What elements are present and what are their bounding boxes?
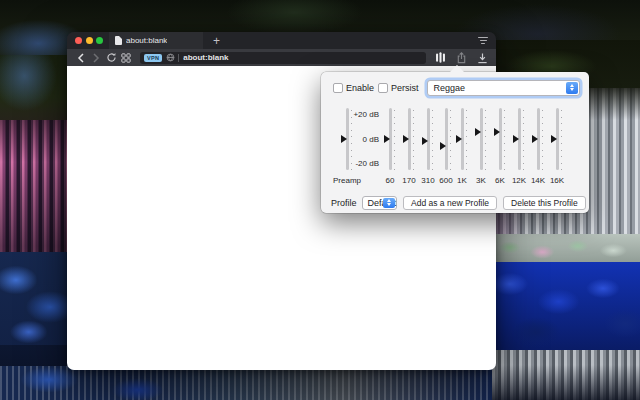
back-button[interactable] xyxy=(74,51,88,65)
eq-band-label: 3K xyxy=(476,176,486,185)
speed-dial-grid-icon[interactable] xyxy=(119,51,133,65)
eq-slider-ticks xyxy=(542,110,543,170)
eq-slider-ticks xyxy=(413,110,414,170)
tab-bar: about:blank + xyxy=(67,32,496,49)
site-info-globe-icon[interactable] xyxy=(165,53,175,63)
eq-slider-thumb[interactable] xyxy=(440,142,446,150)
eq-band-label: 310 xyxy=(421,176,434,185)
eq-slider-thumb[interactable] xyxy=(513,135,519,143)
eq-slider-thumb[interactable] xyxy=(475,128,481,136)
zoom-window-button[interactable] xyxy=(96,37,103,44)
url-bar[interactable]: VPN about:blank xyxy=(140,52,426,64)
eq-slider-thumb[interactable] xyxy=(341,135,347,143)
eq-band-label: 1K xyxy=(457,176,467,185)
eq-slider-ticks xyxy=(450,110,451,170)
wallpaper-left-moss xyxy=(0,55,72,125)
eq-slider-ticks xyxy=(485,110,486,170)
wallpaper-reflection xyxy=(492,350,640,400)
eq-slider-thumb[interactable] xyxy=(422,137,428,145)
eq-slider-thumb[interactable] xyxy=(384,135,390,143)
profile-select[interactable]: Default xyxy=(362,196,398,210)
close-window-button[interactable] xyxy=(75,37,82,44)
eq-band-label: 16K xyxy=(550,176,564,185)
profile-label: Profile xyxy=(331,198,357,208)
eq-band-label: 14K xyxy=(531,176,545,185)
minimize-window-button[interactable] xyxy=(86,37,93,44)
eq-band-label: 60 xyxy=(386,176,395,185)
eq-band-1k: 1K xyxy=(453,108,471,188)
preset-select[interactable]: Reggae xyxy=(427,80,580,96)
eq-band-6k: 6K xyxy=(491,108,509,188)
equalizer-extension-icon[interactable] xyxy=(433,51,447,65)
downloads-icon[interactable] xyxy=(475,51,489,65)
tab-menu-icon[interactable] xyxy=(478,37,488,45)
persist-label: Persist xyxy=(391,83,419,93)
persist-checkbox[interactable] xyxy=(378,83,388,93)
eq-slider-thumb[interactable] xyxy=(494,128,500,136)
equalizer-options-row: Enable Persist Reggae xyxy=(333,79,580,96)
eq-band-label: 600 xyxy=(439,176,452,185)
eq-slider-ticks xyxy=(351,110,352,170)
select-stepper-icon xyxy=(566,82,578,94)
navigation-toolbar: VPN about:blank xyxy=(67,49,496,66)
eq-slider-ticks xyxy=(466,110,467,170)
eq-slider-thumb[interactable] xyxy=(456,135,462,143)
eq-band-170: 170 xyxy=(400,108,418,188)
wallpaper-bottom-shore xyxy=(0,366,492,400)
delete-profile-button[interactable]: Delete this Profile xyxy=(503,196,586,210)
eq-slider-ticks xyxy=(523,110,524,170)
tab-title: about:blank xyxy=(126,36,167,45)
eq-slider-ticks xyxy=(394,110,395,170)
profile-row: Profile Default Add as a new Profile Del… xyxy=(331,195,581,210)
add-profile-button[interactable]: Add as a new Profile xyxy=(403,196,497,210)
eq-slider-track[interactable] xyxy=(445,108,448,170)
active-tab[interactable]: about:blank xyxy=(109,32,203,49)
equalizer-popup: Enable Persist Reggae +20 dB 0 dB -20 dB… xyxy=(321,72,589,213)
select-stepper-icon xyxy=(383,198,395,208)
eq-band-3k: 3K xyxy=(472,108,490,188)
url-text[interactable]: about:blank xyxy=(183,53,228,62)
new-tab-button[interactable]: + xyxy=(213,36,220,46)
forward-button[interactable] xyxy=(89,51,103,65)
preset-selected-value: Reggae xyxy=(434,83,466,93)
wallpaper-lit-rocks xyxy=(492,234,640,264)
share-icon[interactable] xyxy=(454,51,468,65)
toolbar-extensions xyxy=(433,51,489,65)
eq-band-310: 310 xyxy=(419,108,437,188)
eq-slider-ticks xyxy=(432,110,433,170)
eq-band-16k: 16K xyxy=(548,108,566,188)
enable-checkbox[interactable] xyxy=(333,83,343,93)
eq-band-14k: 14K xyxy=(529,108,547,188)
eq-slider-thumb[interactable] xyxy=(551,135,557,143)
wallpaper-blue-rocks xyxy=(492,262,640,350)
wallpaper-blue-snow-left xyxy=(0,252,72,352)
eq-slider-thumb[interactable] xyxy=(532,135,538,143)
page-favicon-icon xyxy=(115,36,122,45)
eq-band-label: 170 xyxy=(402,176,415,185)
eq-slider-track[interactable] xyxy=(499,108,502,170)
wallpaper-pink-icicles xyxy=(0,120,72,260)
eq-slider-thumb[interactable] xyxy=(403,135,409,143)
eq-band-12k: 12K xyxy=(510,108,528,188)
eq-band-label: 6K xyxy=(495,176,505,185)
url-separator xyxy=(178,54,179,62)
eq-slider-ticks xyxy=(561,110,562,170)
eq-band-preamp: Preamp xyxy=(338,108,356,188)
vpn-badge[interactable]: VPN xyxy=(144,54,162,62)
eq-band-label: Preamp xyxy=(333,176,361,185)
window-controls xyxy=(67,37,109,44)
eq-band-60: 60 xyxy=(381,108,399,188)
eq-slider-track[interactable] xyxy=(480,108,483,170)
enable-label: Enable xyxy=(346,83,374,93)
eq-slider-ticks xyxy=(504,110,505,170)
reload-button[interactable] xyxy=(104,51,118,65)
eq-band-label: 12K xyxy=(512,176,526,185)
